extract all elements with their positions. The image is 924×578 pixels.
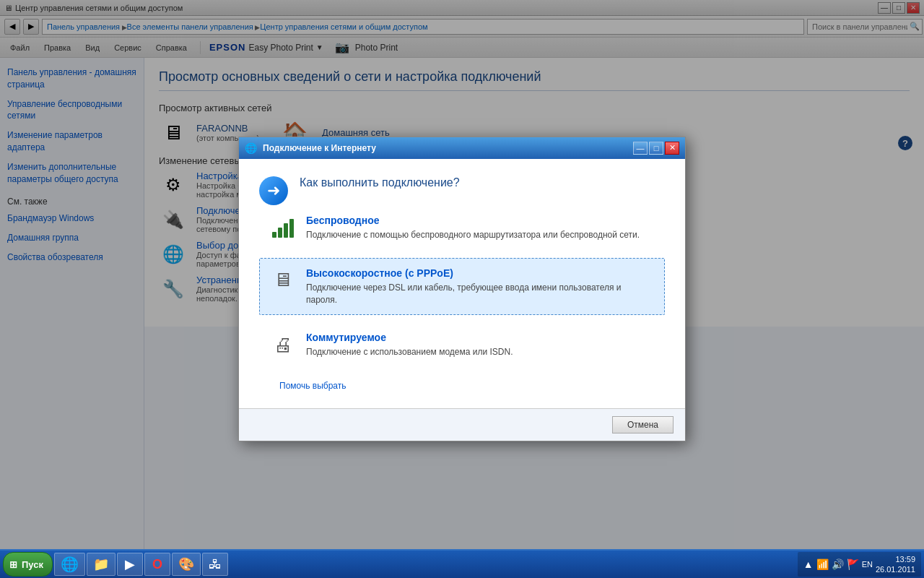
system-tray: ▲ 📶 🔊 🚩 EN 13:59 26.01.2011 <box>798 552 921 577</box>
modal-overlay: 🌐 Подключение к Интернету — □ ✕ ➜ Как вы… <box>0 0 924 578</box>
tray-arrow-icon[interactable]: ▲ <box>803 558 814 570</box>
taskbar-opera-button[interactable]: O <box>144 553 170 576</box>
modal-footer: Отмена <box>239 408 685 441</box>
wifi-bar-2 <box>278 228 282 238</box>
language-indicator[interactable]: EN <box>862 559 873 569</box>
date-display: 26.01.2011 <box>876 564 915 574</box>
modal-title-content: 🌐 Подключение к Интернету <box>245 142 376 154</box>
connect-to-internet-modal: 🌐 Подключение к Интернету — □ ✕ ➜ Как вы… <box>238 137 686 441</box>
dialup-desc: Подключение с использованием модема или … <box>306 346 513 358</box>
modal-title-icon: 🌐 <box>245 142 257 154</box>
network-taskbar-icon: 🖧 <box>209 557 222 572</box>
cancel-button[interactable]: Отмена <box>612 416 674 434</box>
wireless-details: Беспроводное Подключение с помощью беспр… <box>306 215 640 241</box>
wifi-bar-1 <box>272 232 276 238</box>
modal-controls: — □ ✕ <box>633 142 679 155</box>
windows-logo: ⊞ <box>9 559 17 570</box>
taskbar-media-button[interactable]: ▶ <box>117 553 143 576</box>
network-tray-icon[interactable]: 📶 <box>816 558 829 570</box>
media-icon: ▶ <box>125 556 135 572</box>
ie-icon: 🌐 <box>61 556 79 573</box>
modem-icon: 🖥 <box>274 269 292 291</box>
wireless-title[interactable]: Беспроводное <box>306 215 640 226</box>
modal-arrow-icon: ➜ <box>259 176 288 205</box>
modal-title-bar: 🌐 Подключение к Интернету — □ ✕ <box>239 137 685 159</box>
opera-icon: O <box>152 557 162 572</box>
connection-option-dialup[interactable]: 🖨 Коммутируемое Подключение с использова… <box>259 322 665 368</box>
wifi-bar-4 <box>289 219 294 238</box>
dialup-details: Коммутируемое Подключение с использовани… <box>306 332 513 358</box>
clock-display[interactable]: 13:59 26.01.2011 <box>876 554 915 575</box>
wireless-desc: Подключение с помощью беспроводного марш… <box>306 229 640 241</box>
action-center-icon[interactable]: 🚩 <box>847 558 859 570</box>
taskbar-network-button[interactable]: 🖧 <box>202 553 228 576</box>
start-label: Пуск <box>22 559 43 570</box>
modal-close-button[interactable]: ✕ <box>665 142 679 155</box>
broadband-icon: 🖥 <box>270 267 296 293</box>
wifi-bars-icon <box>272 217 294 238</box>
broadband-desc: Подключение через DSL или кабель, требую… <box>306 282 654 306</box>
start-button[interactable]: ⊞ Пуск <box>3 552 53 577</box>
time-display: 13:59 <box>876 554 915 564</box>
broadband-title[interactable]: Высокоскоростное (с PPPoE) <box>306 267 654 279</box>
connection-option-broadband[interactable]: 🖥 Высокоскоростное (с PPPoE) Подключение… <box>259 258 665 316</box>
printer-icon: 🖨 <box>274 334 292 356</box>
taskbar: ⊞ Пуск 🌐 📁 ▶ O 🎨 🖧 ▲ 📶 🔊 🚩 EN 13:59 26.0… <box>0 549 924 578</box>
dialup-title[interactable]: Коммутируемое <box>306 332 513 343</box>
speaker-tray-icon[interactable]: 🔊 <box>832 558 844 570</box>
wifi-bar-3 <box>284 223 288 238</box>
paint-icon: 🎨 <box>178 556 194 572</box>
modal-maximize-button[interactable]: □ <box>649 142 663 155</box>
connection-option-wireless[interactable]: Беспроводное Подключение с помощью беспр… <box>259 205 665 251</box>
modal-minimize-button[interactable]: — <box>633 142 648 155</box>
dialup-icon: 🖨 <box>270 332 296 358</box>
modal-header-row: ➜ Как выполнить подключение? <box>259 176 665 205</box>
broadband-details: Высокоскоростное (с PPPoE) Подключение ч… <box>306 267 654 306</box>
taskbar-explorer-button[interactable]: 📁 <box>87 553 116 576</box>
modal-title-text: Подключение к Интернету <box>263 143 376 153</box>
folder-icon: 📁 <box>93 556 109 572</box>
wireless-icon <box>270 215 296 241</box>
modal-body: ➜ Как выполнить подключение? Беспроводно… <box>239 159 685 408</box>
help-choose-link[interactable]: Помочь выбрать <box>279 381 346 391</box>
taskbar-ie-button[interactable]: 🌐 <box>54 553 85 576</box>
modal-question: Как выполнить подключение? <box>300 176 460 189</box>
taskbar-paint-button[interactable]: 🎨 <box>172 553 201 576</box>
